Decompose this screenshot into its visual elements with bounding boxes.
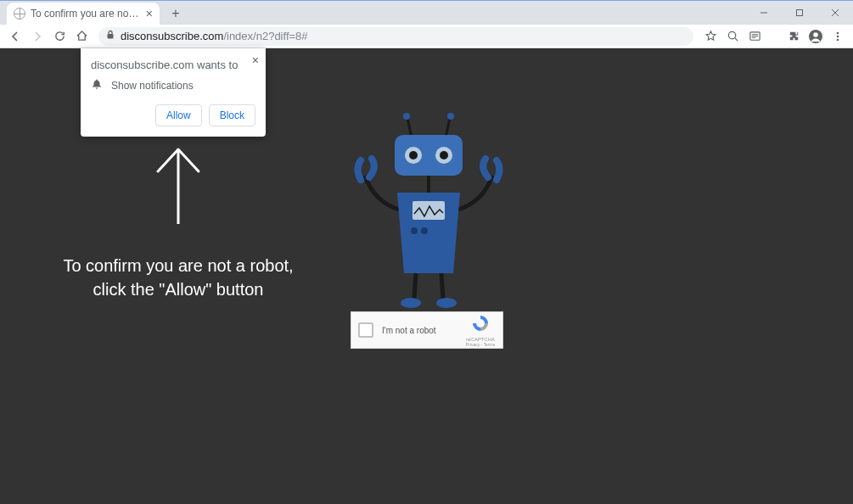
close-window-button[interactable] bbox=[817, 1, 853, 25]
instruction-message: To confirm you are not a robot, click th… bbox=[51, 254, 306, 301]
bookmark-star-button[interactable] bbox=[700, 26, 721, 47]
svg-point-31 bbox=[401, 298, 421, 308]
recaptcha-widget[interactable]: I'm not a robot reCAPTCHA Privacy - Term… bbox=[351, 311, 503, 349]
recaptcha-checkbox[interactable] bbox=[358, 322, 373, 338]
svg-point-25 bbox=[440, 151, 448, 160]
url-domain: disconsubscribe.com bbox=[121, 30, 223, 42]
globe-icon bbox=[14, 8, 25, 20]
url-path: /index/n2?diff=8# bbox=[223, 30, 307, 42]
popup-title: disconsubscribe.com wants to bbox=[91, 59, 255, 71]
svg-point-14 bbox=[837, 35, 839, 37]
svg-point-18 bbox=[403, 113, 410, 120]
browser-toolbar: disconsubscribe.com/index/n2?diff=8# bbox=[0, 25, 853, 48]
svg-point-12 bbox=[813, 32, 818, 37]
notification-permission-popup: × disconsubscribe.com wants to Show noti… bbox=[81, 48, 266, 137]
extensions-button[interactable] bbox=[783, 26, 804, 47]
svg-point-15 bbox=[837, 38, 839, 41]
svg-rect-4 bbox=[108, 34, 114, 39]
allow-button[interactable]: Allow bbox=[155, 104, 202, 126]
message-line2: click the "Allow" button bbox=[51, 277, 306, 301]
svg-point-13 bbox=[837, 31, 839, 34]
svg-line-30 bbox=[414, 273, 416, 299]
recaptcha-logo: reCAPTCHA Privacy - Terms bbox=[465, 313, 496, 347]
recaptcha-privacy: Privacy - Terms bbox=[465, 342, 496, 347]
tab-close-button[interactable]: × bbox=[146, 8, 153, 20]
bell-icon bbox=[91, 78, 103, 92]
menu-button[interactable] bbox=[828, 26, 848, 47]
up-arrow-graphic bbox=[153, 146, 204, 224]
robot-illustration bbox=[340, 108, 518, 320]
block-button[interactable]: Block bbox=[209, 104, 255, 126]
svg-point-28 bbox=[411, 227, 418, 234]
browser-titlebar: To confirm you are not a robot, c × + bbox=[0, 1, 853, 25]
reader-icon[interactable] bbox=[744, 26, 765, 47]
zoom-icon[interactable] bbox=[722, 26, 743, 47]
svg-point-33 bbox=[436, 298, 457, 308]
svg-rect-1 bbox=[797, 10, 803, 16]
address-bar[interactable]: disconsubscribe.com/index/n2?diff=8# bbox=[98, 27, 693, 46]
recaptcha-label: I'm not a robot bbox=[382, 326, 465, 335]
lock-icon bbox=[105, 30, 115, 42]
profile-button[interactable] bbox=[805, 26, 826, 47]
home-button[interactable] bbox=[71, 26, 92, 47]
minimize-button[interactable] bbox=[746, 1, 782, 25]
forward-button[interactable] bbox=[27, 26, 48, 47]
popup-close-button[interactable]: × bbox=[252, 53, 259, 67]
window-controls bbox=[746, 1, 853, 25]
browser-tab[interactable]: To confirm you are not a robot, c × bbox=[7, 3, 160, 25]
svg-point-23 bbox=[409, 151, 418, 160]
svg-point-29 bbox=[421, 227, 428, 234]
svg-point-20 bbox=[447, 113, 454, 120]
svg-line-32 bbox=[441, 273, 443, 299]
page-content: × disconsubscribe.com wants to Show noti… bbox=[0, 48, 853, 504]
maximize-button[interactable] bbox=[782, 1, 817, 25]
back-button[interactable] bbox=[5, 26, 25, 47]
tab-title: To confirm you are not a robot, c bbox=[31, 8, 141, 20]
svg-point-5 bbox=[728, 31, 735, 38]
url-text: disconsubscribe.com/index/n2?diff=8# bbox=[121, 30, 308, 42]
message-line1: To confirm you are not a robot, bbox=[51, 254, 306, 277]
svg-line-6 bbox=[734, 38, 737, 41]
svg-line-19 bbox=[446, 118, 450, 137]
reload-button[interactable] bbox=[49, 26, 70, 47]
new-tab-button[interactable]: + bbox=[165, 3, 187, 25]
svg-line-17 bbox=[407, 118, 412, 137]
popup-row-label: Show notifications bbox=[111, 80, 194, 92]
